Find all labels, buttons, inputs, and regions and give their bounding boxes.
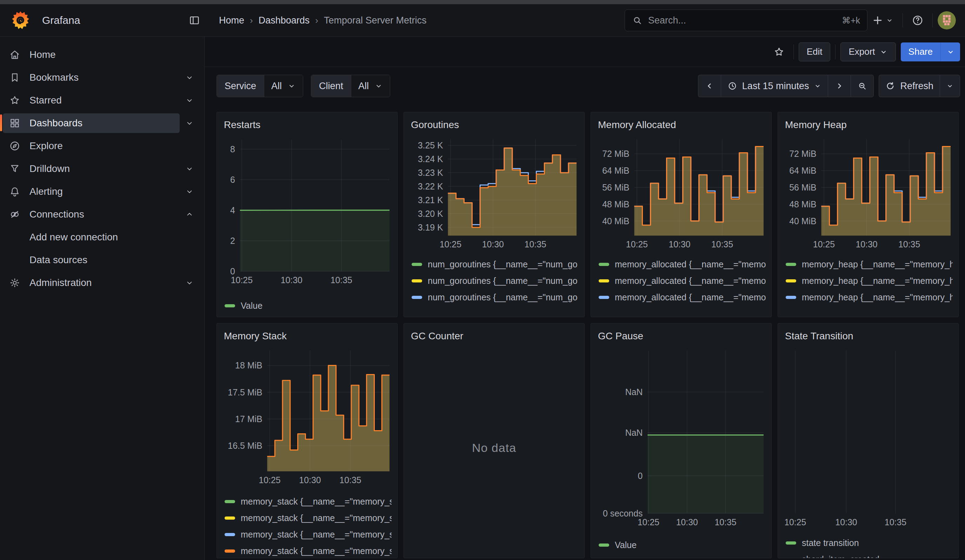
legend-item[interactable]: Value	[599, 537, 766, 553]
svg-text:10:30: 10:30	[855, 239, 877, 249]
legend-item[interactable]: memory_stack {__name__="memory_s	[224, 543, 392, 558]
export-button[interactable]: Export	[841, 42, 896, 61]
sidebar-item-label: Alerting	[29, 186, 63, 197]
sidebar-item-add-new-connection[interactable]: Add new connection	[3, 227, 199, 247]
search-input[interactable]	[648, 15, 842, 26]
legend-item[interactable]: shard_item_created	[786, 551, 953, 558]
share-menu-button[interactable]	[940, 42, 960, 61]
time-back-button[interactable]	[698, 75, 721, 97]
sidebar-item-label: Administration	[29, 277, 92, 289]
time-range-picker[interactable]: Last 15 minutes	[721, 75, 828, 97]
variable-value[interactable]: All	[264, 75, 303, 97]
svg-text:3.24 K: 3.24 K	[418, 154, 443, 164]
chart[interactable]: 0 seconds0NaNNaN10:2510:3010:35	[597, 347, 766, 531]
panel-title[interactable]: State Transition	[783, 328, 953, 342]
legend-item[interactable]: memory_stack {__name__="memory_s	[224, 510, 392, 526]
grafana-logo-icon[interactable]	[10, 11, 30, 30]
sidebar-item-data-sources[interactable]: Data sources	[3, 250, 199, 270]
svg-text:3.23 K: 3.23 K	[418, 168, 443, 178]
panel-title[interactable]: Goroutines	[409, 116, 579, 131]
series-label: memory_stack {__name__="memory_s	[241, 513, 392, 523]
legend-item[interactable]: num_goroutines {__name__="num_go	[412, 273, 579, 289]
breadcrumb-item[interactable]: Dashboards	[258, 15, 310, 26]
legend-item[interactable]: memory_allocated {__name__="memo	[599, 256, 766, 273]
svg-text:NaN: NaN	[625, 428, 643, 438]
chevron-up-icon[interactable]	[180, 204, 199, 224]
legend-item[interactable]: memory_heap {__name__="memory_h	[786, 273, 953, 289]
series-swatch	[786, 296, 796, 299]
panel-title[interactable]: Memory Allocated	[597, 116, 766, 131]
sidebar-item-connections[interactable]: Connections	[3, 204, 180, 224]
svg-text:48 MiB: 48 MiB	[789, 199, 816, 209]
sidebar-item-explore[interactable]: Explore	[3, 136, 199, 156]
divider	[835, 44, 836, 59]
sidebar-item-administration[interactable]: Administration	[3, 273, 180, 292]
panel-goroutines: Goroutines 3.19 K3.20 K3.21 K3.22 K3.23 …	[404, 112, 585, 317]
divider	[932, 13, 933, 28]
refresh-interval-button[interactable]	[940, 75, 960, 97]
legend-item[interactable]: memory_heap {__name__="memory_h	[786, 305, 953, 309]
brand-title: Grafana	[42, 15, 80, 26]
variable-service[interactable]: ServiceAll	[216, 75, 303, 97]
chevron-down-icon[interactable]	[180, 113, 199, 133]
avatar[interactable]	[938, 11, 956, 29]
series-swatch	[599, 279, 609, 282]
sidebar-item-alerting[interactable]: Alerting	[3, 182, 180, 201]
chart[interactable]: 40 MiB48 MiB56 MiB64 MiB72 MiB10:2510:30…	[783, 136, 953, 253]
help-icon[interactable]	[908, 11, 927, 30]
sidebar-item-home[interactable]: Home	[3, 45, 199, 65]
panel-grid: Restarts 0246810:2510:3010:35 Value Goro…	[216, 112, 959, 558]
variable-client[interactable]: ClientAll	[311, 75, 390, 97]
svg-text:10:35: 10:35	[711, 239, 733, 249]
legend-item[interactable]: memory_heap {__name__="memory_h	[786, 256, 953, 273]
legend-item[interactable]: num_goroutines {__name__="num_go	[412, 256, 579, 273]
sidebar-toggle-icon[interactable]	[185, 11, 204, 30]
chevron-down-icon[interactable]	[180, 182, 199, 201]
share-button[interactable]: Share	[901, 42, 940, 61]
panel-title[interactable]: Memory Stack	[222, 328, 392, 342]
sidebar-item-drilldown[interactable]: Drilldown	[3, 159, 180, 179]
legend-item[interactable]: memory_allocated {__name__="memo	[599, 273, 766, 289]
series-swatch	[224, 550, 235, 553]
zoom-out-button[interactable]	[851, 75, 874, 97]
legend-item[interactable]: memory_allocated {__name__="memo	[599, 305, 766, 309]
sidebar-item-bookmarks[interactable]: Bookmarks	[3, 68, 180, 87]
legend-item[interactable]: Value	[224, 297, 392, 314]
sidebar-item-starred[interactable]: Starred	[3, 90, 180, 110]
chevron-down-icon[interactable]	[180, 159, 199, 179]
chart[interactable]: 0246810:2510:3010:35	[222, 136, 392, 289]
legend-item[interactable]: state transition	[786, 535, 953, 551]
legend-item[interactable]: memory_heap {__name__="memory_h	[786, 289, 953, 305]
legend-item[interactable]: num_goroutines {__name__="num_go	[412, 305, 579, 309]
sidebar-item-dashboards[interactable]: Dashboards	[3, 113, 180, 133]
legend: Value	[222, 297, 392, 314]
edit-button[interactable]: Edit	[799, 42, 831, 61]
search-box[interactable]: ⌘+k	[625, 10, 867, 31]
chart[interactable]: 10:2510:3010:35	[783, 347, 953, 531]
sidebar-item-label: Connections	[29, 209, 84, 220]
chevron-down-icon[interactable]	[180, 90, 199, 110]
panel-title[interactable]: Memory Heap	[783, 116, 953, 131]
new-button[interactable]	[867, 11, 898, 30]
variable-value[interactable]: All	[351, 75, 390, 97]
time-forward-button[interactable]	[828, 75, 851, 97]
chevron-down-icon[interactable]	[180, 273, 199, 292]
panel-title[interactable]: GC Pause	[597, 328, 766, 342]
time-controls: Last 15 minutes Refresh	[698, 75, 960, 97]
star-dashboard-button[interactable]	[770, 42, 788, 61]
panel-title[interactable]: Restarts	[222, 116, 392, 131]
breadcrumb-separator: ›	[315, 15, 318, 26]
breadcrumb-item[interactable]: Home	[219, 15, 244, 26]
panel-title[interactable]: GC Counter	[409, 328, 579, 342]
chart[interactable]: 16.5 MiB17 MiB17.5 MiB18 MiB10:2510:3010…	[222, 347, 392, 488]
refresh-button[interactable]: Refresh	[879, 75, 940, 97]
legend-item[interactable]: memory_stack {__name__="memory_s	[224, 493, 392, 510]
legend-item[interactable]: memory_allocated {__name__="memo	[599, 289, 766, 305]
chart[interactable]: 3.19 K3.20 K3.21 K3.22 K3.23 K3.24 K3.25…	[409, 136, 579, 253]
legend-item[interactable]: num_goroutines {__name__="num_go	[412, 289, 579, 305]
series-swatch	[224, 533, 235, 536]
legend-item[interactable]: memory_stack {__name__="memory_s	[224, 526, 392, 543]
series-label: memory_heap {__name__="memory_h	[802, 259, 953, 269]
chevron-down-icon[interactable]	[180, 68, 199, 87]
chart[interactable]: 40 MiB48 MiB56 MiB64 MiB72 MiB10:2510:30…	[597, 136, 766, 253]
